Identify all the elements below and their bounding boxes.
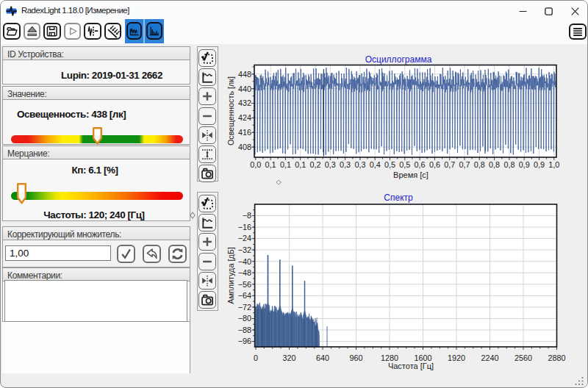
svg-text:Амплитуда [дБ]: Амплитуда [дБ] [226, 247, 235, 304]
svg-text:−16: −16 [238, 223, 251, 231]
svg-text:2240: 2240 [481, 353, 498, 362]
svg-text:−88: −88 [238, 326, 251, 334]
svg-text:0: 0 [254, 353, 258, 362]
svg-text:−32: −32 [238, 245, 251, 254]
svg-text:Спектр: Спектр [384, 193, 413, 203]
svg-text:2880: 2880 [548, 353, 565, 362]
svg-text:−8: −8 [243, 211, 251, 220]
svg-text:−56: −56 [238, 280, 251, 289]
svg-text:−96: −96 [238, 337, 251, 345]
svg-text:−40: −40 [238, 257, 251, 266]
svg-text:320: 320 [282, 353, 295, 362]
svg-text:640: 640 [316, 353, 329, 362]
svg-text:960: 960 [349, 353, 362, 362]
svg-text:1920: 1920 [448, 353, 465, 362]
svg-text:−24: −24 [238, 234, 251, 242]
svg-text:−72: −72 [238, 303, 251, 312]
svg-text:2560: 2560 [514, 353, 532, 362]
svg-text:−48: −48 [238, 268, 251, 277]
svg-text:−64: −64 [238, 291, 251, 300]
svg-text:Частота [Гц]: Частота [Гц] [388, 362, 434, 370]
svg-text:−80: −80 [238, 314, 251, 323]
